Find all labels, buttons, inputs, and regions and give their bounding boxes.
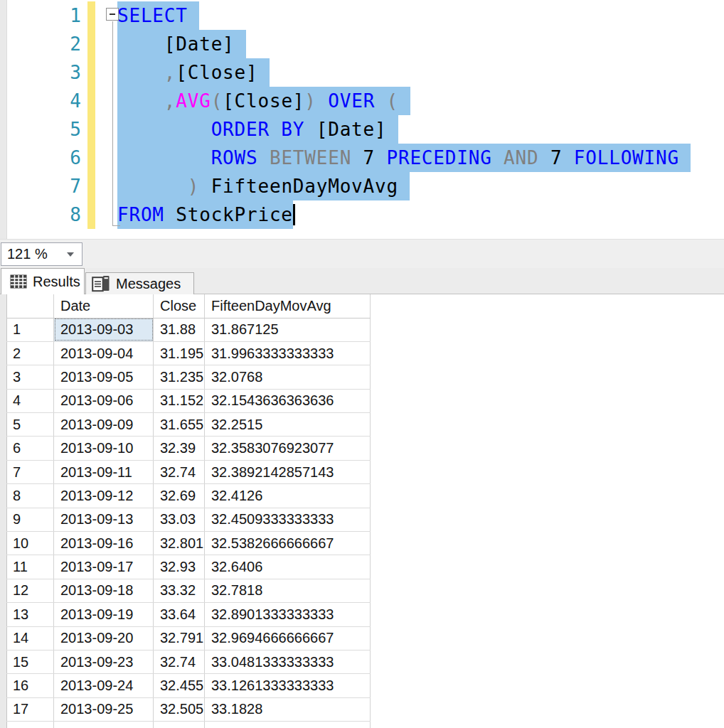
- grid-cell[interactable]: 33.32: [154, 579, 205, 602]
- tab-results[interactable]: Results: [1, 268, 85, 294]
- line-number[interactable]: 5: [0, 115, 87, 144]
- row-header[interactable]: 11: [7, 555, 54, 579]
- code-line[interactable]: 6 ROWS BETWEEN 7 PRECEDING AND 7 FOLLOWI…: [0, 144, 724, 172]
- code-text[interactable]: ,[Close]: [117, 58, 270, 87]
- grid-cell[interactable]: 2013-09-26: [54, 722, 154, 728]
- code-line[interactable]: 8FROM StockPrice: [0, 200, 724, 229]
- line-number[interactable]: 4: [0, 87, 87, 115]
- line-number[interactable]: 8: [0, 200, 87, 229]
- grid-cell[interactable]: 32.93: [154, 555, 205, 579]
- code-line[interactable]: 3 ,[Close]: [0, 58, 724, 87]
- grid-cell[interactable]: 32.74: [154, 650, 205, 673]
- grid-cell[interactable]: 32.9694666666667: [205, 626, 371, 650]
- row-header[interactable]: 13: [7, 603, 54, 626]
- grid-cell[interactable]: 32.4126: [205, 484, 371, 508]
- grid-cell[interactable]: 32.801: [154, 532, 205, 555]
- grid-cell[interactable]: 31.195: [154, 341, 205, 365]
- row-header[interactable]: 7: [7, 460, 54, 483]
- code-text[interactable]: ,AVG([Close]) OVER (: [117, 87, 410, 115]
- line-number[interactable]: 6: [0, 144, 87, 172]
- column-header[interactable]: Date: [54, 294, 154, 318]
- grid-cell[interactable]: 31.9963333333333: [205, 341, 371, 365]
- grid-cell[interactable]: 32.6406: [205, 555, 371, 579]
- grid-cell[interactable]: 2013-09-05: [54, 365, 154, 389]
- column-header[interactable]: Close: [154, 294, 205, 318]
- row-header[interactable]: 15: [7, 650, 54, 673]
- grid-cell[interactable]: 32.7818: [205, 579, 371, 602]
- row-header[interactable]: 2: [7, 341, 54, 365]
- code-text[interactable]: FROM StockPrice: [117, 200, 295, 229]
- grid-cell[interactable]: 33.1828: [205, 697, 371, 721]
- row-header[interactable]: 18: [7, 722, 54, 728]
- line-number[interactable]: 1: [0, 1, 87, 30]
- grid-cell[interactable]: 32.8901333333333: [205, 603, 371, 626]
- row-header[interactable]: 6: [7, 437, 54, 460]
- line-number[interactable]: 7: [0, 172, 87, 200]
- code-text[interactable]: ) FifteenDayMovAvg: [117, 172, 410, 200]
- grid-cell[interactable]: 32.455: [154, 674, 205, 697]
- grid-cell[interactable]: 33.03: [154, 508, 205, 531]
- grid-cell[interactable]: 2013-09-13: [54, 508, 154, 531]
- line-number[interactable]: 3: [0, 58, 87, 87]
- grid-cell[interactable]: 2013-09-20: [54, 626, 154, 650]
- grid-cell[interactable]: 31.152: [154, 389, 205, 412]
- grid-cell[interactable]: 32.1543636363636: [205, 389, 371, 412]
- code-line[interactable]: 5 ORDER BY [Date]: [0, 115, 724, 144]
- grid-cell[interactable]: 33.0481333333333: [205, 650, 371, 673]
- row-header[interactable]: 14: [7, 626, 54, 650]
- grid-cell[interactable]: 32.39: [154, 437, 205, 460]
- code-lines[interactable]: 1SELECT 2 [Date] 3 ,[Close] 4 ,AVG([Clos…: [0, 1, 724, 229]
- grid-cell[interactable]: 2013-09-12: [54, 484, 154, 508]
- column-header[interactable]: [7, 294, 54, 318]
- row-header[interactable]: 8: [7, 484, 54, 508]
- code-text[interactable]: [Date]: [117, 30, 246, 58]
- grid-cell[interactable]: 2013-09-25: [54, 697, 154, 721]
- code-text[interactable]: ORDER BY [Date]: [117, 115, 398, 144]
- row-header[interactable]: 16: [7, 674, 54, 697]
- row-header[interactable]: 1: [7, 318, 54, 341]
- grid-cell[interactable]: 31.867125: [205, 318, 371, 341]
- row-header[interactable]: 4: [7, 389, 54, 412]
- tab-messages[interactable]: Messages: [85, 272, 194, 294]
- grid-cell[interactable]: 2013-09-19: [54, 603, 154, 626]
- grid-cell[interactable]: 2013-09-09: [54, 413, 154, 437]
- grid-cell[interactable]: 31.655: [154, 413, 205, 437]
- row-header[interactable]: 9: [7, 508, 54, 531]
- grid-cell[interactable]: 32.77: [154, 722, 205, 728]
- grid-cell[interactable]: 32.74: [154, 460, 205, 483]
- grid-cell[interactable]: 2013-09-06: [54, 389, 154, 412]
- grid-cell[interactable]: 32.0768: [205, 365, 371, 389]
- column-header[interactable]: FifteenDayMovAvg: [205, 294, 371, 318]
- grid-cell[interactable]: 32.5382666666667: [205, 532, 371, 555]
- grid-cell[interactable]: 2013-09-03: [54, 318, 154, 341]
- row-header[interactable]: 3: [7, 365, 54, 389]
- grid-cell[interactable]: 33.1261333333333: [205, 674, 371, 697]
- row-header[interactable]: 17: [7, 697, 54, 721]
- grid-cell[interactable]: 31.235: [154, 365, 205, 389]
- grid-cell[interactable]: 2013-09-11: [54, 460, 154, 483]
- grid-cell[interactable]: 32.69: [154, 484, 205, 508]
- grid-cell[interactable]: 33.2160666666667: [205, 722, 371, 728]
- code-text[interactable]: SELECT: [117, 1, 199, 30]
- grid-cell[interactable]: 2013-09-16: [54, 532, 154, 555]
- grid-cell[interactable]: 33.64: [154, 603, 205, 626]
- row-header[interactable]: 12: [7, 579, 54, 602]
- row-header[interactable]: 10: [7, 532, 54, 555]
- line-number[interactable]: 2: [0, 30, 87, 58]
- grid-cell[interactable]: 32.4509333333333: [205, 508, 371, 531]
- grid-cell[interactable]: 2013-09-17: [54, 555, 154, 579]
- horizontal-scrollbar[interactable]: 121 %: [0, 239, 724, 268]
- grid-cell[interactable]: 32.791: [154, 626, 205, 650]
- grid-cell[interactable]: 32.505: [154, 697, 205, 721]
- code-line[interactable]: 7 ) FifteenDayMovAvg: [0, 172, 724, 200]
- grid-cell[interactable]: 32.3583076923077: [205, 437, 371, 460]
- grid-cell[interactable]: 31.88: [154, 318, 205, 341]
- grid-cell[interactable]: 32.2515: [205, 413, 371, 437]
- grid-cell[interactable]: 32.3892142857143: [205, 460, 371, 483]
- grid-cell[interactable]: 2013-09-04: [54, 341, 154, 365]
- code-text[interactable]: ROWS BETWEEN 7 PRECEDING AND 7 FOLLOWING: [117, 144, 691, 172]
- grid-cell[interactable]: 2013-09-10: [54, 437, 154, 460]
- results-grid[interactable]: DateCloseFifteenDayMovAvg 12013-09-0331.…: [6, 294, 371, 728]
- code-line[interactable]: 4 ,AVG([Close]) OVER (: [0, 87, 724, 115]
- zoom-level-dropdown[interactable]: 121 %: [1, 242, 82, 266]
